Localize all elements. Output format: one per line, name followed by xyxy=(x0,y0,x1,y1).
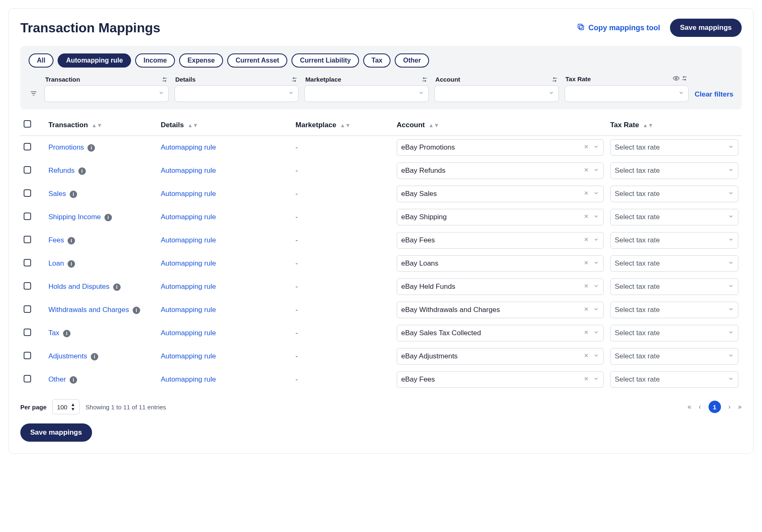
filter-pill-tax[interactable]: Tax xyxy=(363,53,391,68)
chevron-down-icon[interactable] xyxy=(593,236,599,244)
filter-pill-income[interactable]: Income xyxy=(135,53,175,68)
select-all-checkbox[interactable] xyxy=(24,120,31,128)
col-header-taxrate[interactable]: Tax Rate xyxy=(610,121,639,129)
row-checkbox[interactable] xyxy=(24,305,31,313)
info-icon[interactable]: i xyxy=(91,353,98,360)
taxrate-select[interactable]: Select tax rate xyxy=(610,325,738,341)
col-header-account[interactable]: Account xyxy=(397,121,425,129)
chevron-down-icon[interactable] xyxy=(593,259,599,268)
row-checkbox[interactable] xyxy=(24,166,31,174)
clear-icon[interactable] xyxy=(583,167,589,175)
details-link[interactable]: Automapping rule xyxy=(161,375,216,383)
filter-select-transaction[interactable] xyxy=(44,85,169,102)
filter-pill-current-asset[interactable]: Current Asset xyxy=(227,53,287,68)
transaction-link[interactable]: Sales xyxy=(49,190,66,198)
sort-icon[interactable]: ▲▼ xyxy=(92,122,102,128)
details-link[interactable]: Automapping rule xyxy=(161,213,216,221)
transaction-link[interactable]: Adjustments xyxy=(49,352,87,360)
transaction-link[interactable]: Refunds xyxy=(49,167,75,174)
clear-icon[interactable] xyxy=(583,283,589,291)
account-select[interactable]: eBay Shipping xyxy=(397,209,604,225)
taxrate-select[interactable]: Select tax rate xyxy=(610,278,738,295)
clear-icon[interactable] xyxy=(583,190,589,198)
details-link[interactable]: Automapping rule xyxy=(161,306,216,314)
account-select[interactable]: eBay Refunds xyxy=(397,162,604,179)
info-icon[interactable]: i xyxy=(70,376,77,384)
taxrate-select[interactable]: Select tax rate xyxy=(610,162,738,179)
transaction-link[interactable]: Loan xyxy=(49,259,64,267)
col-header-marketplace[interactable]: Marketplace xyxy=(296,121,336,129)
account-select[interactable]: eBay Sales xyxy=(397,186,604,202)
copy-mappings-link[interactable]: Copy mappings tool xyxy=(577,23,660,33)
transaction-link[interactable]: Holds and Disputes xyxy=(49,283,109,290)
clear-icon[interactable] xyxy=(583,352,589,360)
info-icon[interactable]: i xyxy=(70,191,77,198)
save-mappings-button-top[interactable]: Save mappings xyxy=(670,19,742,37)
account-select[interactable]: eBay Adjustments xyxy=(397,348,604,365)
swap-icon[interactable] xyxy=(421,76,428,83)
account-select[interactable]: eBay Promotions xyxy=(397,139,604,156)
row-checkbox[interactable] xyxy=(24,236,31,243)
row-checkbox[interactable] xyxy=(24,259,31,266)
info-icon[interactable]: i xyxy=(87,144,95,152)
account-select[interactable]: eBay Withdrawals and Charges xyxy=(397,302,604,318)
taxrate-select[interactable]: Select tax rate xyxy=(610,139,738,156)
col-header-transaction[interactable]: Transaction xyxy=(49,121,88,129)
details-link[interactable]: Automapping rule xyxy=(161,283,216,290)
sort-icon[interactable]: ▲▼ xyxy=(429,122,439,128)
info-icon[interactable]: i xyxy=(78,167,86,175)
taxrate-select[interactable]: Select tax rate xyxy=(610,232,738,249)
pager-last[interactable]: » xyxy=(738,403,742,411)
chevron-down-icon[interactable] xyxy=(593,167,599,175)
info-icon[interactable]: i xyxy=(68,237,75,244)
row-checkbox[interactable] xyxy=(24,189,31,197)
chevron-down-icon[interactable] xyxy=(593,352,599,360)
filter-pill-current-liability[interactable]: Current Liability xyxy=(291,53,359,68)
row-checkbox[interactable] xyxy=(24,143,31,150)
row-checkbox[interactable] xyxy=(24,375,31,382)
chevron-down-icon[interactable] xyxy=(593,329,599,337)
details-link[interactable]: Automapping rule xyxy=(161,167,216,174)
clear-icon[interactable] xyxy=(583,259,589,268)
filter-select-marketplace[interactable] xyxy=(304,85,429,102)
filter-select-taxrate[interactable] xyxy=(565,85,689,102)
account-select[interactable]: eBay Sales Tax Collected xyxy=(397,325,604,341)
details-link[interactable]: Automapping rule xyxy=(161,259,216,267)
sort-icon[interactable]: ▲▼ xyxy=(643,122,653,128)
details-link[interactable]: Automapping rule xyxy=(161,352,216,360)
taxrate-select[interactable]: Select tax rate xyxy=(610,302,738,318)
transaction-link[interactable]: Shipping Income xyxy=(49,213,101,221)
transaction-link[interactable]: Other xyxy=(49,375,66,383)
info-icon[interactable]: i xyxy=(113,283,121,291)
chevron-down-icon[interactable] xyxy=(593,143,599,152)
filter-pill-automapping-rule[interactable]: Automapping rule xyxy=(58,53,131,68)
pager-first[interactable]: « xyxy=(688,403,692,411)
chevron-down-icon[interactable] xyxy=(593,190,599,198)
row-checkbox[interactable] xyxy=(24,352,31,359)
clear-icon[interactable] xyxy=(583,143,589,152)
clear-icon[interactable] xyxy=(583,236,589,244)
sort-icon[interactable]: ▲▼ xyxy=(187,122,198,128)
perpage-select[interactable]: 100 ▲▼ xyxy=(52,399,80,414)
swap-icon[interactable] xyxy=(551,76,558,83)
clear-icon[interactable] xyxy=(583,329,589,337)
filter-select-account[interactable] xyxy=(434,85,559,102)
details-link[interactable]: Automapping rule xyxy=(161,143,216,151)
transaction-link[interactable]: Tax xyxy=(49,329,59,337)
info-icon[interactable]: i xyxy=(133,307,140,314)
details-link[interactable]: Automapping rule xyxy=(161,236,216,244)
clear-icon[interactable] xyxy=(583,306,589,314)
row-checkbox[interactable] xyxy=(24,213,31,220)
account-select[interactable]: eBay Fees xyxy=(397,371,604,388)
row-checkbox[interactable] xyxy=(24,329,31,336)
chevron-down-icon[interactable] xyxy=(593,306,599,314)
col-header-details[interactable]: Details xyxy=(161,121,184,129)
transaction-link[interactable]: Fees xyxy=(49,236,64,244)
account-select[interactable]: eBay Held Funds xyxy=(397,278,604,295)
info-icon[interactable]: i xyxy=(104,214,112,221)
pager-next[interactable]: › xyxy=(728,403,730,411)
chevron-down-icon[interactable] xyxy=(593,375,599,384)
filter-pill-other[interactable]: Other xyxy=(395,53,429,68)
clear-icon[interactable] xyxy=(583,375,589,384)
pager-current[interactable]: 1 xyxy=(709,401,721,413)
